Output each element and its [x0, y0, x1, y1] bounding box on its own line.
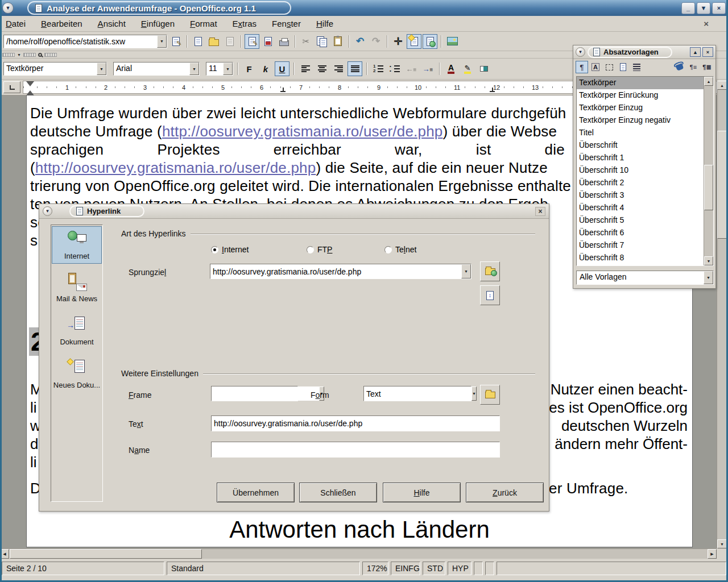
hyperlink-dialog-titlebar[interactable]: ▼ Hyperlink ×	[39, 204, 549, 219]
underline-button[interactable]: U	[275, 61, 289, 76]
form-input[interactable]	[364, 386, 471, 401]
left-indent-marker[interactable]	[26, 86, 34, 95]
zoom-icon[interactable]	[38, 53, 42, 57]
style-item[interactable]: Textkörper Einzug negativ	[577, 114, 713, 127]
size-dropdown-arrow[interactable]	[223, 63, 233, 75]
highlight-button[interactable]: ✎	[460, 61, 475, 76]
vertical-scrollbar[interactable]: ▲ ▼	[717, 81, 727, 548]
bullet-list-button[interactable]: ••	[387, 61, 402, 76]
style-item[interactable]: Überschrift	[577, 139, 713, 152]
stylist-button[interactable]	[423, 34, 437, 49]
scroll-right-button[interactable]: ▶	[708, 549, 717, 559]
edit-url-button[interactable]	[168, 34, 183, 49]
radio-internet[interactable]: Internet	[211, 245, 249, 254]
style-item[interactable]: Textkörper	[577, 77, 713, 89]
stylist-shade-button[interactable]: ▲	[690, 47, 701, 57]
vertical-scroll-thumb[interactable]	[717, 131, 727, 239]
text-input[interactable]	[212, 416, 499, 431]
close-button[interactable]: Schließen	[299, 483, 377, 502]
style-item[interactable]: Überschrift 5	[577, 214, 713, 227]
scroll-left-button[interactable]: ◀	[0, 549, 9, 559]
bold-button[interactable]: F	[242, 61, 257, 76]
frame-input[interactable]	[212, 386, 319, 401]
target-dropdown-arrow[interactable]	[461, 264, 471, 278]
web-browser-button[interactable]	[480, 261, 500, 281]
scroll-down-button[interactable]: ▼	[717, 539, 727, 548]
justify-button[interactable]	[348, 61, 362, 76]
url-dropdown-arrow[interactable]	[157, 35, 167, 48]
events-button[interactable]	[480, 385, 500, 405]
style-item[interactable]: Überschrift 2	[577, 177, 713, 189]
name-input[interactable]	[212, 442, 499, 457]
sidebar-item-dokument[interactable]: → Dokument	[52, 313, 102, 349]
style-item[interactable]: Titel	[577, 127, 713, 139]
hyperlink-dialog-button[interactable]	[407, 34, 421, 49]
dialog-menu-button[interactable]: ▼	[43, 206, 52, 216]
numbering-styles-button[interactable]	[630, 61, 643, 73]
stylist-menu-button[interactable]: ▼	[576, 47, 585, 57]
horizontal-scroll-thumb[interactable]	[10, 549, 202, 559]
new-style-from-selection-button[interactable]: ¶≡	[687, 61, 700, 73]
frame-styles-button[interactable]	[603, 61, 615, 73]
sidebar-item-neues-dokument[interactable]: Neues Doku...	[52, 356, 102, 392]
fill-format-button[interactable]	[673, 61, 686, 73]
status-insert-mode[interactable]: EINFG	[391, 562, 420, 575]
background-color-button[interactable]	[477, 61, 491, 76]
font-dropdown-arrow[interactable]	[189, 63, 199, 75]
style-item[interactable]: Überschrift 10	[577, 164, 713, 177]
horizontal-scrollbar[interactable]: ◀ ▶	[0, 548, 717, 559]
style-filter-combo[interactable]: Alle Vorlagen	[576, 271, 714, 285]
paste-button[interactable]	[330, 34, 345, 49]
gallery-button[interactable]	[445, 34, 460, 49]
toolbar-grip[interactable]	[44, 53, 57, 57]
scroll-down-button[interactable]: ▼	[704, 256, 713, 265]
italic-button[interactable]: k	[258, 61, 273, 76]
tab-stop-marker[interactable]	[490, 89, 495, 92]
shade-button[interactable]: ▼	[697, 2, 710, 14]
sidebar-item-mail-news[interactable]: Mail & News	[52, 269, 102, 306]
tab-type-selector[interactable]	[3, 81, 20, 93]
menu-datei[interactable]: Datei	[6, 19, 26, 28]
status-page[interactable]: Seite 2 / 10	[2, 562, 164, 575]
document-close-icon[interactable]: ×	[704, 19, 709, 28]
back-button[interactable]: Zurück	[466, 483, 544, 502]
increase-indent-button[interactable]: →≡	[420, 61, 435, 76]
form-dropdown-arrow[interactable]	[471, 386, 477, 401]
paragraph-styles-button[interactable]: ¶	[576, 61, 588, 73]
font-color-button[interactable]: A	[444, 61, 458, 76]
character-styles-button[interactable]: A	[589, 61, 602, 73]
navigator-button[interactable]: ✛	[391, 34, 406, 49]
hyperlink-text[interactable]: http://oosurvey.gratismania.ro/user/de.p…	[35, 159, 316, 176]
update-style-button[interactable]: ¶≣	[701, 61, 713, 73]
menu-extras[interactable]: Extras	[233, 19, 257, 28]
font-size-combo[interactable]: 11	[206, 62, 233, 76]
style-item[interactable]: Textkörper Einzug	[577, 102, 713, 114]
toolbar-grip[interactable]	[23, 53, 36, 57]
style-list-scrollbar[interactable]: ▲ ▼	[704, 77, 713, 265]
filter-dropdown-arrow[interactable]	[704, 271, 713, 284]
radio-telnet[interactable]: Telnet	[384, 245, 416, 254]
stylist-close-button[interactable]: ×	[702, 47, 713, 57]
style-item[interactable]: Textkörper Einrückung	[577, 89, 713, 102]
menu-format[interactable]: Format	[190, 19, 217, 28]
toolbar-grip[interactable]	[2, 53, 15, 57]
scroll-up-button[interactable]: ▲	[704, 77, 713, 86]
style-item[interactable]: Überschrift 6	[577, 227, 713, 239]
align-center-button[interactable]	[315, 61, 329, 76]
align-left-button[interactable]	[298, 61, 313, 76]
url-input[interactable]	[4, 35, 157, 48]
edit-mode-button[interactable]	[245, 34, 259, 49]
style-item[interactable]: Überschrift 1	[577, 152, 713, 164]
chevron-down-icon[interactable]: ▼	[17, 53, 21, 57]
apply-button[interactable]: Übernehmen	[217, 483, 295, 502]
scroll-up-button[interactable]: ▲	[717, 81, 727, 90]
scroll-thumb[interactable]	[704, 165, 713, 210]
open-button[interactable]	[206, 34, 221, 49]
menu-bearbeiten[interactable]: Bearbeiten	[41, 19, 82, 28]
menu-fenster[interactable]: Fenster	[272, 19, 301, 28]
menu-ansicht[interactable]: Ansicht	[98, 19, 126, 28]
copy-button[interactable]	[315, 34, 329, 49]
hyperlink-text[interactable]: http://oosurvey.gratismania.ro/user/de.p…	[162, 123, 443, 140]
style-item[interactable]: Überschrift 7	[577, 239, 713, 252]
dialog-close-button[interactable]: ×	[535, 207, 545, 216]
